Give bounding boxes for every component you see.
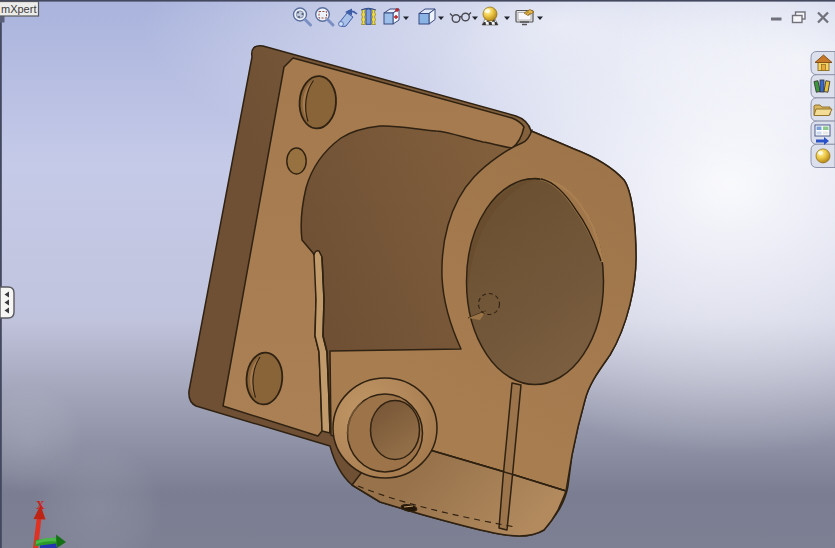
svg-text:X: X [36, 498, 45, 512]
svg-text:mXpert: mXpert [1, 3, 36, 15]
